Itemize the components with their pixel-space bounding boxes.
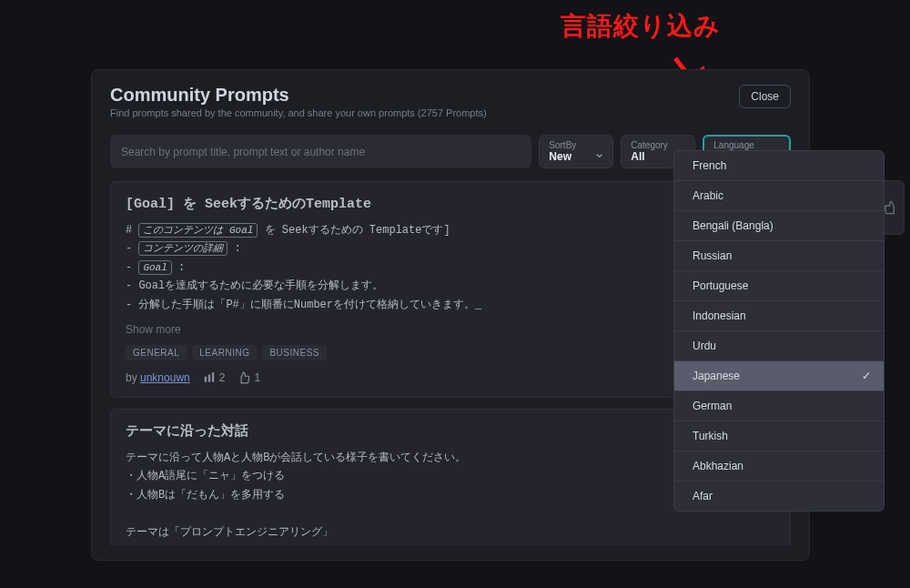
language-option-label: German — [693, 400, 732, 412]
likes-count[interactable]: 1 — [238, 371, 260, 384]
language-option-label: Turkish — [693, 430, 728, 442]
chevron-down-icon: ⌄ — [593, 143, 605, 160]
check-icon: ✓ — [862, 370, 871, 382]
modal-title: Community Prompts — [110, 85, 487, 106]
language-option[interactable]: Afar — [674, 481, 884, 511]
language-label: Language — [713, 140, 763, 150]
language-option[interactable]: Indonesian — [674, 300, 884, 330]
language-option[interactable]: Arabic — [674, 180, 884, 210]
annotation-top: 言語絞り込み — [561, 9, 721, 44]
svg-rect-4 — [212, 372, 214, 382]
inline-badge: Goal — [138, 260, 171, 275]
thumbs-down-icon — [884, 200, 898, 215]
sortby-value: New — [549, 150, 587, 163]
language-option[interactable]: Russian — [674, 240, 884, 270]
language-option-label: Abkhazian — [693, 460, 743, 472]
language-option-label: Bengali (Bangla) — [693, 219, 774, 232]
views-count: 2 — [203, 371, 226, 384]
author-prefix: by unknouwn — [126, 371, 190, 384]
language-option[interactable]: Abkhazian — [674, 451, 884, 481]
sortby-select[interactable]: SortBy New ⌄ — [539, 135, 613, 168]
language-option-label: Portuguese — [693, 279, 748, 292]
search-input[interactable] — [110, 135, 531, 168]
language-option[interactable]: German — [674, 390, 884, 421]
tag[interactable]: BUSINESS — [262, 345, 327, 360]
language-dropdown: FrenchArabicBengali (Bangla)RussianPortu… — [673, 150, 885, 512]
tag[interactable]: LEARNING — [192, 345, 257, 360]
svg-rect-2 — [204, 377, 206, 382]
language-option-label: Russian — [693, 249, 732, 262]
language-option[interactable]: Turkish — [674, 421, 884, 451]
bars-icon — [203, 371, 216, 384]
language-option[interactable]: French — [674, 151, 884, 180]
sortby-label: SortBy — [549, 140, 587, 150]
thumbs-up-icon — [238, 371, 250, 384]
modal-subtitle: Find prompts shared by the community, an… — [110, 107, 487, 118]
language-option-label: Urdu — [693, 340, 716, 352]
language-option[interactable]: Urdu — [674, 330, 884, 360]
close-button[interactable]: Close — [739, 85, 791, 108]
tag[interactable]: GENERAL — [126, 345, 187, 360]
language-option[interactable]: Japanese✓ — [674, 360, 884, 390]
language-option-label: Arabic — [693, 189, 723, 202]
language-option-label: Afar — [693, 490, 713, 502]
language-option[interactable]: Portuguese — [674, 270, 884, 300]
language-option[interactable]: Bengali (Bangla) — [674, 210, 884, 240]
inline-badge: コンテンツの詳細 — [138, 241, 228, 256]
author-link[interactable]: unknouwn — [140, 371, 190, 384]
svg-rect-3 — [208, 374, 210, 381]
category-label: Category — [631, 140, 669, 150]
language-option-label: French — [693, 159, 726, 172]
language-option-label: Indonesian — [693, 309, 746, 322]
category-value: All — [631, 150, 669, 163]
language-option-label: Japanese — [693, 370, 740, 382]
inline-badge: このコンテンツは Goal — [138, 223, 258, 238]
